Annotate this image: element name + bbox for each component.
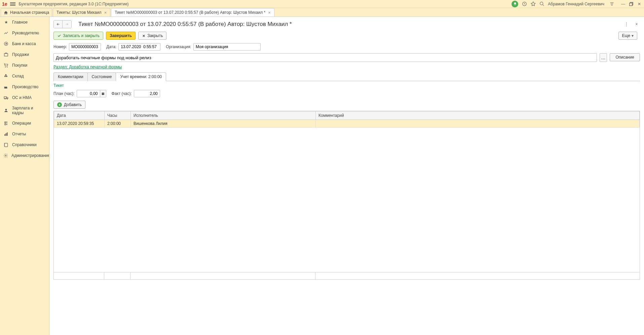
sidebar-item-salary[interactable]: Зарплата и кадры: [0, 103, 49, 118]
page-menu-icon[interactable]: ⋮: [623, 21, 630, 28]
save-close-button[interactable]: Записать и закрыть: [53, 32, 103, 40]
inner-tabs: Комментарии Состояние Учет времени: 2:00…: [53, 72, 640, 81]
person-icon: [3, 108, 9, 113]
save-close-label: Записать и закрыть: [63, 33, 100, 38]
cell-executor[interactable]: Вишенкова Лилия: [131, 120, 316, 128]
sidebar-item-warehouse[interactable]: Склад: [0, 71, 49, 81]
close-button[interactable]: Закрыть: [138, 32, 166, 40]
truck-icon: [3, 95, 9, 100]
nav-forward-button[interactable]: [63, 21, 71, 28]
number-label: Номер:: [53, 44, 67, 49]
sidebar-item-sales[interactable]: Продажи: [0, 49, 49, 60]
svg-rect-13: [4, 134, 5, 136]
svg-point-1: [540, 2, 543, 5]
section-link[interactable]: Раздел: Доработка печатной формы: [53, 65, 122, 69]
page-close-icon[interactable]: ×: [633, 21, 640, 28]
col-date[interactable]: Дата: [54, 111, 105, 120]
sidebar-item-operations[interactable]: Операции: [0, 118, 49, 129]
number-input[interactable]: [69, 43, 101, 51]
sidebar-item-references[interactable]: Справочники: [0, 139, 49, 150]
cell-hours[interactable]: 2:00:00: [105, 120, 131, 128]
svg-point-10: [5, 98, 5, 99]
complete-button[interactable]: Завершить: [106, 32, 136, 40]
sidebar-item-label: Зарплата и кадры: [12, 106, 46, 115]
svg-rect-3: [630, 3, 632, 6]
tab-tickets[interactable]: Тикеты: Шустов Михаил ×: [53, 8, 110, 16]
star-icon[interactable]: [530, 1, 536, 7]
description-button[interactable]: Описание: [610, 53, 640, 61]
time-table-container: Дата Часы Исполнитель Комментарий 13.07.…: [53, 111, 640, 272]
tab-ticket-detail[interactable]: Тикет №МО000000003 от 13.07.2020 0:55:57…: [111, 8, 274, 16]
sidebar-item-production[interactable]: Производство: [0, 81, 49, 92]
sidebar-item-label: Отчеты: [12, 132, 26, 136]
sidebar-item-label: Справочники: [12, 142, 37, 147]
menu-icon[interactable]: [10, 1, 15, 7]
cart-icon: [3, 63, 9, 68]
close-label: Закрыть: [147, 33, 163, 38]
minimize-icon[interactable]: —: [620, 1, 626, 7]
plan-label: План (час):: [53, 91, 75, 96]
col-hours[interactable]: Часы: [105, 111, 131, 120]
svg-rect-14: [6, 133, 6, 136]
sidebar-item-label: ОС и НМА: [12, 95, 32, 100]
tab-time[interactable]: Учет времени: 2:00:00: [116, 72, 166, 81]
cell-date[interactable]: 13.07.2020 20:59:35: [54, 120, 105, 128]
tab-comments[interactable]: Комментарии: [53, 72, 88, 81]
plan-input[interactable]: [77, 90, 100, 97]
sidebar-item-bank[interactable]: Банк и касса: [0, 38, 49, 49]
calculator-icon[interactable]: ▦: [100, 90, 106, 97]
history-icon[interactable]: [522, 1, 527, 7]
svg-rect-8: [5, 74, 7, 76]
settings-icon[interactable]: [609, 1, 614, 7]
more-button[interactable]: Еще ▾: [618, 32, 637, 40]
report-icon: [3, 131, 9, 137]
home-icon: [4, 10, 8, 15]
ticket-label[interactable]: Тикет: [53, 83, 64, 88]
tab-home-label: Начальная страница: [10, 10, 49, 15]
cell-comment[interactable]: [316, 120, 640, 128]
description-ellipsis-button[interactable]: …: [600, 53, 607, 62]
date-input[interactable]: [118, 43, 160, 51]
sidebar-item-label: Операции: [12, 121, 31, 126]
briefcase-icon: [3, 52, 9, 57]
notifications-icon[interactable]: [512, 1, 518, 7]
sidebar-item-manager[interactable]: Руководителю: [0, 28, 49, 38]
close-window-icon[interactable]: ✕: [637, 1, 642, 7]
description-input[interactable]: [53, 53, 597, 62]
table-row[interactable]: 13.07.2020 20:59:35 2:00:00 Вишенкова Ли…: [54, 120, 640, 128]
tab-home[interactable]: Начальная страница: [1, 8, 52, 16]
operations-icon: [3, 121, 9, 126]
sidebar-item-label: Покупки: [12, 63, 27, 68]
table-footer: [53, 272, 640, 280]
sidebar-item-purchases[interactable]: Покупки: [0, 60, 49, 71]
toolbar: Записать и закрыть Завершить Закрыть Еще…: [53, 32, 640, 40]
user-name[interactable]: Абрамов Геннадий Сергеевич: [548, 2, 604, 6]
tab-status[interactable]: Состояние: [87, 72, 116, 81]
add-button[interactable]: + Добавить: [53, 101, 85, 109]
sidebar-item-assets[interactable]: ОС и НМА: [0, 92, 49, 103]
logo-1c: 1e: [2, 1, 7, 7]
nav-back-button[interactable]: [54, 21, 63, 28]
search-icon[interactable]: [539, 1, 544, 7]
page-title: Тикет №МО000000003 от 13.07.2020 0:55:57…: [78, 21, 623, 28]
sidebar-item-label: Производство: [12, 85, 38, 89]
sidebar-item-main[interactable]: ★ Главное: [0, 17, 49, 28]
sidebar-item-reports[interactable]: Отчеты: [0, 129, 49, 139]
warehouse-icon: [3, 73, 9, 79]
sidebar-item-label: Склад: [12, 74, 24, 78]
svg-rect-5: [4, 54, 8, 56]
sidebar-item-label: Банк и касса: [12, 41, 36, 46]
fact-input[interactable]: [134, 90, 160, 97]
restore-icon[interactable]: [629, 1, 634, 7]
col-comment[interactable]: Комментарий: [316, 111, 640, 120]
col-executor[interactable]: Исполнитель: [131, 111, 316, 120]
plus-icon: +: [57, 102, 62, 107]
app-title: Бухгалтерия предприятия, редакция 3.0 (1…: [19, 2, 512, 6]
tab-close-icon[interactable]: ×: [268, 10, 271, 15]
sidebar-item-label: Продажи: [12, 52, 29, 57]
org-input[interactable]: [193, 43, 261, 51]
sidebar-item-admin[interactable]: Администрирование: [0, 150, 49, 161]
description-button-label: Описание: [615, 55, 634, 60]
close-icon: [142, 34, 146, 38]
tab-close-icon[interactable]: ×: [104, 10, 107, 15]
